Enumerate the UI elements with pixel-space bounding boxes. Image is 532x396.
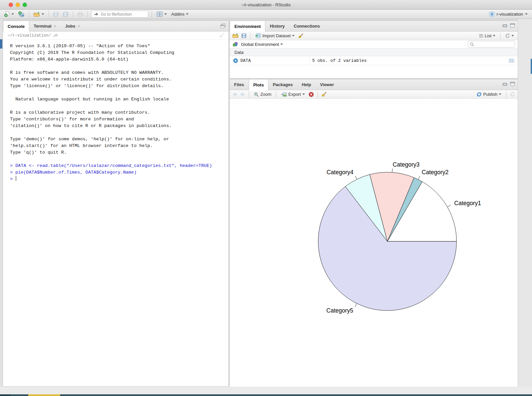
save-button[interactable] <box>52 11 60 18</box>
pane-layout-button[interactable] <box>155 11 168 18</box>
tab-viewer[interactable]: Viewer <box>316 79 339 90</box>
console-output-line: R version 3.6.1 (2019-07-05) -- "Action … <box>10 43 228 50</box>
console-output-line <box>10 129 228 136</box>
list-view-label: List <box>485 33 491 38</box>
plot-canvas: Category1Category2Category3Category4Cate… <box>230 99 518 387</box>
remove-plot-icon[interactable] <box>309 92 314 97</box>
open-folder-icon <box>34 12 40 17</box>
tab-files[interactable]: Files <box>230 79 249 90</box>
tab-history[interactable]: History <box>265 21 289 31</box>
tab-connections[interactable]: Connections <box>289 21 325 31</box>
publish-button[interactable]: Publish <box>475 91 502 98</box>
restore-pane-icon[interactable] <box>220 23 226 28</box>
background-right-strip <box>518 19 532 387</box>
console-input-line: > pie(DATA$Number.of.Times, DATA$Categor… <box>10 169 228 176</box>
chevron-down-icon <box>42 13 44 15</box>
console-output-line: You are welcome to redistribute it under… <box>10 76 228 83</box>
environment-tabbar: Environment History Connections <box>230 21 518 32</box>
goto-directory-icon[interactable] <box>54 34 58 37</box>
environment-search-input[interactable] <box>475 42 512 47</box>
list-icon <box>479 34 483 38</box>
console-output-line: Platform: x86_64-apple-darwin15.6.0 (64-… <box>10 56 228 63</box>
environment-scope-row: Global Environment <box>230 40 518 49</box>
plots-pane: Files Plots Packages Help Viewer <box>229 79 518 387</box>
traffic-lights <box>9 3 27 7</box>
tab-packages[interactable]: Packages <box>268 79 297 90</box>
window-title: ~/r-visualization - RStudio <box>0 0 532 10</box>
console-output-line: R is a collaborative project with many c… <box>10 109 228 116</box>
next-plot-icon[interactable] <box>240 92 245 96</box>
print-button[interactable] <box>76 11 84 17</box>
import-dataset-label: Import Dataset <box>262 33 291 38</box>
close-icon[interactable] <box>54 24 57 28</box>
minimize-pane-icon[interactable] <box>502 82 508 86</box>
console-output[interactable]: R version 3.6.1 (2019-07-05) -- "Action … <box>3 40 228 183</box>
environment-scope-selector[interactable]: Global Environment <box>240 41 284 48</box>
background-left-strip <box>0 19 3 387</box>
addins-button[interactable]: Addins <box>170 11 190 17</box>
pie-label: Category2 <box>422 169 449 176</box>
minimize-window-icon[interactable] <box>16 3 20 7</box>
save-all-button[interactable] <box>62 11 69 18</box>
chevron-down-icon <box>499 93 501 95</box>
console-output-line <box>10 63 228 69</box>
addins-label: Addins <box>171 12 185 17</box>
clear-plots-icon[interactable] <box>322 92 327 97</box>
table-row[interactable]: DATA 5 obs. of 2 variables <box>230 56 518 65</box>
console-output-line <box>10 156 228 163</box>
new-project-icon: R <box>18 11 25 17</box>
minimize-pane-icon[interactable] <box>502 24 508 28</box>
refresh-environment-button[interactable] <box>504 33 515 39</box>
tab-environment[interactable]: Environment <box>230 21 265 32</box>
r-project-icon: R <box>489 12 495 17</box>
import-dataset-button[interactable]: Import Dataset <box>254 33 296 39</box>
refresh-plot-icon[interactable] <box>510 92 515 97</box>
previous-plot-icon[interactable] <box>232 92 237 96</box>
clear-console-icon[interactable] <box>219 33 224 38</box>
tab-jobs[interactable]: Jobs <box>61 21 85 31</box>
list-view-button[interactable]: List <box>478 33 496 39</box>
data-section-label: Data <box>234 50 243 55</box>
chevron-down-icon <box>292 35 295 37</box>
zoom-plot-button[interactable]: Zoom <box>253 91 272 98</box>
maximize-pane-icon[interactable] <box>510 23 515 28</box>
tab-console[interactable]: Console <box>3 21 29 32</box>
expand-object-icon[interactable] <box>233 58 238 63</box>
data-section-header: Data <box>230 49 518 56</box>
clear-environment-icon[interactable] <box>298 33 304 39</box>
new-file-button[interactable] <box>3 11 15 18</box>
chevron-down-icon <box>11 13 14 15</box>
tab-viewer-label: Viewer <box>320 82 334 87</box>
pie-label-tick <box>355 304 357 307</box>
maximize-pane-icon[interactable] <box>510 82 515 86</box>
print-icon <box>77 12 83 17</box>
tab-terminal[interactable]: Terminal <box>29 21 61 31</box>
console-tabbar: Console Terminal Jobs <box>3 21 228 32</box>
export-plot-button[interactable]: Export <box>280 91 306 97</box>
chevron-down-icon <box>511 35 514 37</box>
open-file-button[interactable] <box>33 11 45 18</box>
chevron-down-icon <box>302 93 305 95</box>
load-workspace-icon[interactable] <box>232 33 239 38</box>
chevron-down-icon <box>280 44 283 45</box>
search-icon <box>470 42 474 47</box>
environment-scope-label: Global Environment <box>241 42 279 47</box>
pane-grid-icon <box>156 11 163 17</box>
tab-plots[interactable]: Plots <box>249 79 269 90</box>
tab-help[interactable]: Help <box>297 79 316 90</box>
tab-terminal-label: Terminal <box>34 24 51 29</box>
console-input-line: > <box>10 176 228 183</box>
zoom-window-icon[interactable] <box>23 3 27 7</box>
console-output-line: Type 'contributors()' for more informati… <box>10 116 228 123</box>
tab-help-label: Help <box>302 82 311 87</box>
goto-file-input[interactable] <box>101 12 144 17</box>
plots-tabbar: Files Plots Packages Help Viewer <box>230 79 518 90</box>
environment-search-box[interactable] <box>468 41 515 48</box>
view-table-icon[interactable] <box>509 59 514 63</box>
close-icon[interactable] <box>77 24 80 28</box>
goto-file-box[interactable] <box>91 11 148 18</box>
project-menu-button[interactable]: R r-visualization <box>488 11 529 18</box>
close-window-icon[interactable] <box>9 3 13 7</box>
save-workspace-icon[interactable] <box>241 33 246 38</box>
new-project-button[interactable]: R <box>17 11 26 18</box>
